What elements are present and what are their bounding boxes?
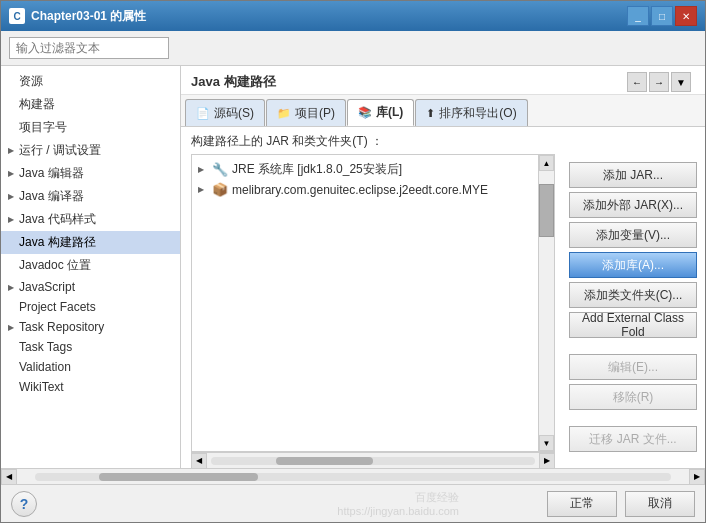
- add-external-class-folder-button[interactable]: Add External Class Fold: [569, 312, 697, 338]
- help-button[interactable]: ?: [11, 491, 37, 517]
- bottom-bar: ? 百度经验 https://jingyan.baidu.com 正常 取消: [1, 484, 705, 522]
- maximize-button[interactable]: □: [651, 6, 673, 26]
- bottom-h-scroll-track: [35, 473, 671, 481]
- h-scroll-thumb: [276, 457, 373, 465]
- sidebar-item-validation[interactable]: Validation: [1, 357, 180, 377]
- sidebar-item-resources[interactable]: 资源: [1, 70, 180, 93]
- sidebar-item-task-tags[interactable]: Task Tags: [1, 337, 180, 357]
- arrow-icon: [5, 122, 17, 134]
- panel-content: 构建路径上的 JAR 和类文件夹(T) ： ▶ 🔧 JRE 系统库 [jdk1: [181, 127, 705, 468]
- properties-window: C Chapter03-01 的属性 _ □ ✕ 资源 构建器: [0, 0, 706, 523]
- window-title: Chapter03-01 的属性: [31, 8, 627, 25]
- libraries-tab-icon: 📚: [358, 106, 372, 119]
- close-button[interactable]: ✕: [675, 6, 697, 26]
- file-tree-scroll[interactable]: ▶ 🔧 JRE 系统库 [jdk1.8.0_25安装后] ▶ 📦 melibra…: [192, 155, 538, 451]
- tab-projects-label: 项目(P): [295, 105, 335, 122]
- h-scrollbar: ◀ ▶: [191, 452, 555, 468]
- nav-dropdown-button[interactable]: ▼: [671, 72, 691, 92]
- scroll-down-button[interactable]: ▼: [539, 435, 554, 451]
- add-variable-button[interactable]: 添加变量(V)...: [569, 222, 697, 248]
- bottom-h-scrollbar: ◀ ▶: [1, 468, 705, 484]
- watermark-line2: https://jingyan.baidu.com: [337, 505, 459, 517]
- nav-forward-button[interactable]: →: [649, 72, 669, 92]
- v-scroll-track: [539, 171, 554, 435]
- sidebar-item-label: Validation: [19, 360, 71, 374]
- tab-source-label: 源码(S): [214, 105, 254, 122]
- window-icon: C: [9, 8, 25, 24]
- sidebar-item-java-compiler[interactable]: Java 编译器: [1, 185, 180, 208]
- tab-order-export[interactable]: ⬆ 排序和导出(O): [415, 99, 527, 126]
- order-tab-icon: ⬆: [426, 107, 435, 120]
- cancel-button[interactable]: 取消: [625, 491, 695, 517]
- sidebar-item-task-repository[interactable]: Task Repository: [1, 317, 180, 337]
- nav-back-button[interactable]: ←: [627, 72, 647, 92]
- bottom-scroll-left[interactable]: ◀: [1, 469, 17, 485]
- sidebar-item-label: 构建器: [19, 96, 55, 113]
- sidebar-item-label: JavaScript: [19, 280, 75, 294]
- arrow-icon: [5, 76, 17, 88]
- arrow-icon: [5, 191, 17, 203]
- ok-button[interactable]: 正常: [547, 491, 617, 517]
- meli-arrow-icon: ▶: [198, 185, 208, 194]
- tree-item-jre[interactable]: ▶ 🔧 JRE 系统库 [jdk1.8.0_25安装后]: [192, 159, 538, 180]
- sidebar-item-run-debug[interactable]: 运行 / 调试设置: [1, 139, 180, 162]
- v-scrollbar[interactable]: ▲ ▼: [538, 155, 554, 451]
- split-pane: 资源 构建器 项目字号 运行 / 调试设置 Java 编辑器: [1, 66, 705, 468]
- edit-button[interactable]: 编辑(E)...: [569, 354, 697, 380]
- sidebar: 资源 构建器 项目字号 运行 / 调试设置 Java 编辑器: [1, 66, 181, 468]
- add-library-button[interactable]: 添加库(A)...: [569, 252, 697, 278]
- sidebar-item-builder[interactable]: 构建器: [1, 93, 180, 116]
- nav-arrows: ← → ▼: [627, 72, 695, 92]
- arrow-icon: [5, 361, 17, 373]
- tab-source[interactable]: 📄 源码(S): [185, 99, 265, 126]
- sidebar-item-label: Java 编辑器: [19, 165, 84, 182]
- meli-tree-icon: 📦: [212, 182, 228, 197]
- source-tab-icon: 📄: [196, 107, 210, 120]
- scroll-left-button[interactable]: ◀: [191, 453, 207, 469]
- main-content: 资源 构建器 项目字号 运行 / 调试设置 Java 编辑器: [1, 31, 705, 522]
- sidebar-item-wikitext[interactable]: WikiText: [1, 377, 180, 397]
- minimize-button[interactable]: _: [627, 6, 649, 26]
- sidebar-item-label: Java 编译器: [19, 188, 84, 205]
- tree-item-melibrary[interactable]: ▶ 📦 melibrary.com.genuitec.eclipse.j2eed…: [192, 180, 538, 199]
- add-external-jar-button[interactable]: 添加外部 JAR(X)...: [569, 192, 697, 218]
- arrow-icon: [5, 260, 17, 272]
- sidebar-item-java-build-path[interactable]: Java 构建路径: [1, 231, 180, 254]
- arrow-icon: [5, 145, 17, 157]
- sidebar-item-label: WikiText: [19, 380, 64, 394]
- sidebar-item-java-editor[interactable]: Java 编辑器: [1, 162, 180, 185]
- title-bar-buttons: _ □ ✕: [627, 6, 697, 26]
- filter-input[interactable]: [9, 37, 169, 59]
- h-scroll-track: [211, 457, 535, 465]
- tab-libraries[interactable]: 📚 库(L): [347, 99, 414, 126]
- sidebar-item-java-code-style[interactable]: Java 代码样式: [1, 208, 180, 231]
- sidebar-item-project-facets[interactable]: Project Facets: [1, 297, 180, 317]
- v-scroll-thumb: [539, 184, 554, 237]
- arrow-icon: [5, 99, 17, 111]
- jre-tree-icon: 🔧: [212, 162, 228, 177]
- jre-label: JRE 系统库 [jdk1.8.0_25安装后]: [232, 161, 402, 178]
- sidebar-item-label: 运行 / 调试设置: [19, 142, 101, 159]
- scroll-up-button[interactable]: ▲: [539, 155, 554, 171]
- sidebar-item-javadoc[interactable]: Javadoc 位置: [1, 254, 180, 277]
- arrow-icon: [5, 168, 17, 180]
- sidebar-item-javascript[interactable]: JavaScript: [1, 277, 180, 297]
- scroll-right-button[interactable]: ▶: [539, 453, 555, 469]
- migrate-jar-button[interactable]: 迁移 JAR 文件...: [569, 426, 697, 452]
- watermark-line1: 百度经验: [337, 490, 459, 505]
- filter-row: [1, 31, 705, 66]
- sidebar-item-project-char[interactable]: 项目字号: [1, 116, 180, 139]
- file-tree-wrapper: ▶ 🔧 JRE 系统库 [jdk1.8.0_25安装后] ▶ 📦 melibra…: [191, 154, 555, 452]
- bottom-scroll-right[interactable]: ▶: [689, 469, 705, 485]
- add-jar-button[interactable]: 添加 JAR...: [569, 162, 697, 188]
- add-class-folder-button[interactable]: 添加类文件夹(C)...: [569, 282, 697, 308]
- sidebar-item-label: 项目字号: [19, 119, 67, 136]
- remove-button[interactable]: 移除(R): [569, 384, 697, 410]
- tabs-container: 📄 源码(S) 📁 项目(P) 📚 库(L) ⬆ 排序和导出(O): [181, 95, 705, 127]
- projects-tab-icon: 📁: [277, 107, 291, 120]
- sidebar-item-label: Project Facets: [19, 300, 96, 314]
- sidebar-item-label: Java 构建路径: [19, 234, 96, 251]
- meli-label: melibrary.com.genuitec.eclipse.j2eedt.co…: [232, 183, 488, 197]
- tab-projects[interactable]: 📁 项目(P): [266, 99, 346, 126]
- arrow-icon: [5, 321, 17, 333]
